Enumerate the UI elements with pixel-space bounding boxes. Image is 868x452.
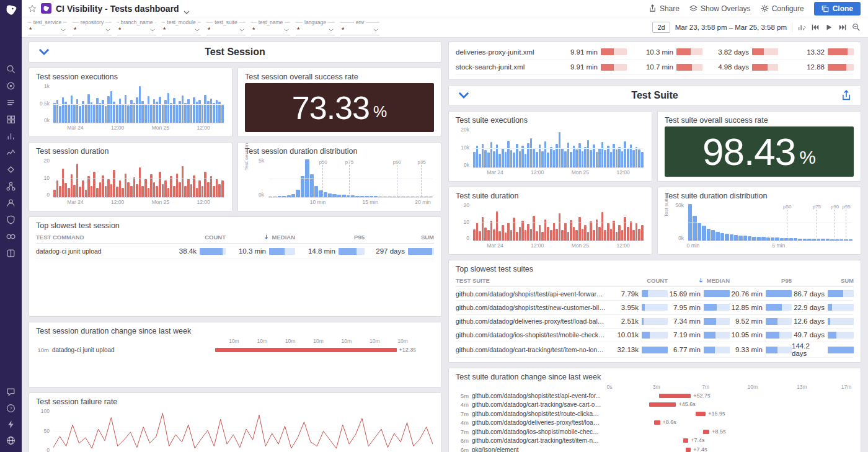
table-row[interactable]: github.com/datadog/deliveries-proxy/test… — [456, 315, 854, 329]
filter-repository[interactable]: repository * — [73, 19, 112, 35]
session-success-value[interactable]: 73.33 % — [245, 83, 434, 132]
time-range-input[interactable]: 2d — [652, 22, 670, 33]
filter-test_module[interactable]: test_module * — [162, 19, 201, 35]
suite-duration-chart[interactable]: 20100Mar 2412:00Mon 2512:00 — [456, 202, 645, 250]
filter-value[interactable]: * — [162, 25, 201, 35]
apm-icon[interactable] — [6, 148, 16, 158]
column-header[interactable]: COUNT — [156, 234, 226, 241]
session-failure-chart[interactable]: 100500 18:00Mar 2406:0012:0018:00Mon 250… — [36, 408, 434, 452]
table-row[interactable]: stock-search-junit.xml 9.91 min 10.7 min… — [456, 60, 854, 76]
change-row[interactable]: 5m github.com/datadog/shopist/test/api-e… — [456, 391, 854, 401]
ci-icon[interactable] — [6, 231, 16, 242]
sidebar: ? — [0, 0, 22, 452]
filter-test_service[interactable]: test_service * — [28, 19, 67, 35]
filter-value[interactable]: * — [296, 25, 335, 35]
session-distribution-chart[interactable]: Test sessions5k0kp50p75p90p9510 min15 mi… — [245, 157, 434, 206]
table-cell: 4.98 days — [702, 63, 778, 71]
filter-test_suite[interactable]: test_suite * — [206, 19, 246, 35]
show-overlays-button[interactable]: Show Overlays — [689, 4, 751, 13]
filter-value[interactable]: * — [28, 25, 67, 35]
x-axis: Mar 2412:00Mon 2512:00 — [53, 125, 224, 132]
clone-button[interactable]: Clone — [814, 2, 861, 16]
page-title: CI Visibility - Tests dashboard — [56, 4, 179, 14]
zoom-out-icon[interactable] — [852, 23, 861, 32]
change-row[interactable]: 10m datadog-ci junit upload +12.3s — [36, 345, 434, 355]
metrics-icon[interactable] — [6, 131, 16, 141]
session-duration-chart[interactable]: 20100Mar 2412:00Mon 2512:00 — [36, 157, 225, 206]
filter-language[interactable]: language * — [296, 19, 335, 35]
sort-desc-icon — [264, 234, 269, 240]
suite-executions-chart[interactable]: 20k10k0kMar 2412:00Mon 2512:00 — [456, 126, 645, 177]
skip-back-icon[interactable] — [811, 23, 820, 32]
widget-suite-duration-change: Test suite duration change since last we… — [448, 368, 861, 452]
collapse-suite-button[interactable] — [458, 90, 470, 102]
column-header[interactable]: MEDIAN — [226, 234, 295, 241]
suite-distribution-chart[interactable]: Test suites50k0kp50p75p90p950 min5 min — [665, 202, 854, 250]
filter-test_name[interactable]: test_name * — [251, 19, 290, 35]
session-executions-chart[interactable]: 1k0.5k0kMar 2412:00Mon 2512:00 — [36, 83, 225, 132]
notifications-icon[interactable] — [6, 419, 16, 430]
datadog-logo[interactable] — [4, 3, 19, 18]
percentile-marker: p50 — [787, 210, 787, 241]
percentile-marker: p95 — [421, 165, 422, 197]
dashboard-content: Test Session Test session executions 1k0… — [22, 38, 868, 452]
region-icon[interactable] — [6, 435, 16, 446]
table-row[interactable]: github.com/datadog/shopist/test/api-even… — [456, 287, 854, 301]
change-row[interactable]: 7m github.com/datadog/ios-shopist/mobile… — [456, 427, 854, 436]
table-row[interactable]: github.com/datadog/cart-tracking/test/it… — [456, 342, 854, 358]
column-header[interactable]: MEDIAN — [668, 277, 730, 284]
share-button[interactable]: Share — [649, 4, 680, 13]
table-row[interactable]: github.com/datadog/shopist/test/new-cust… — [456, 301, 854, 314]
change-row[interactable]: 6m pkg/json/element +7.4s — [456, 445, 854, 452]
chat-icon[interactable] — [6, 387, 16, 397]
filter-branch_name[interactable]: branch_name * — [117, 19, 156, 35]
security-icon[interactable] — [6, 215, 16, 225]
watchdog-icon[interactable] — [6, 81, 16, 91]
logs-icon[interactable] — [6, 97, 16, 108]
change-row[interactable]: 4m github.com/datadog/deliveries-proxy/t… — [456, 419, 854, 428]
integrations-icon[interactable] — [6, 248, 16, 259]
suite-success-value[interactable]: 98.43 % — [665, 126, 854, 177]
big-value: 98.43 — [702, 130, 795, 174]
favorite-star-icon[interactable] — [28, 4, 37, 13]
column-header[interactable]: SUM — [365, 234, 434, 241]
filter-value[interactable]: * — [73, 25, 112, 35]
column-header[interactable]: SUM — [792, 277, 854, 284]
filter-value[interactable]: * — [340, 25, 379, 35]
column-header[interactable]: COUNT — [606, 277, 668, 284]
table-cell: 6.77 min — [668, 346, 730, 353]
table-row[interactable]: datadog-ci junit upload 38.4k 10.3 min 1… — [36, 244, 434, 259]
filter-value[interactable]: * — [117, 25, 156, 35]
service-map-icon[interactable] — [6, 181, 16, 192]
filter-value[interactable]: * — [206, 25, 246, 35]
table-cell: 144.2 days — [792, 342, 854, 357]
dashboards-icon[interactable] — [6, 114, 16, 125]
graph-type-select[interactable] — [797, 23, 806, 32]
title-chevron-down-icon[interactable] — [184, 6, 190, 12]
plot-area — [473, 204, 644, 241]
session-change-chart: 10m10m10m10m10m10m10m 10m datadog-ci jun… — [36, 337, 434, 383]
filter-value[interactable]: * — [251, 25, 290, 35]
change-row[interactable]: 4m github.com/datadog/cart-tracking/save… — [456, 401, 854, 410]
help-icon[interactable]: ? — [6, 403, 16, 414]
column-header[interactable]: P95 — [730, 277, 792, 284]
change-axis: 0s3m7m10m13m17m — [456, 383, 854, 391]
skip-forward-icon[interactable] — [838, 23, 847, 32]
big-value-unit: % — [373, 103, 387, 121]
search-icon[interactable] — [6, 64, 16, 74]
rum-icon[interactable] — [6, 198, 16, 208]
network-icon[interactable] — [6, 164, 16, 175]
table-row[interactable]: github.com/datadog/ios-shopist/test/mobi… — [456, 329, 854, 342]
column-header[interactable]: P95 — [295, 234, 365, 241]
configure-button[interactable]: Configure — [761, 4, 804, 13]
collapse-session-button[interactable] — [38, 47, 50, 59]
session-group-header: Test Session — [29, 42, 441, 63]
export-suite-button[interactable] — [841, 90, 852, 101]
table-cell: 15.69 min — [668, 290, 730, 298]
filter-env[interactable]: env * — [340, 19, 379, 35]
change-row[interactable]: 7m github.com/datadog/shopist/test/route… — [456, 409, 854, 419]
table-row[interactable]: deliveries-proxy-junit.xml 9.91 min 10.3… — [456, 45, 854, 60]
play-icon[interactable] — [825, 23, 833, 32]
table-header: TEST SUITECOUNTMEDIANP95SUM — [456, 275, 854, 287]
change-row[interactable]: 6m github.com/datadog/cart-tracking/test… — [456, 436, 854, 446]
